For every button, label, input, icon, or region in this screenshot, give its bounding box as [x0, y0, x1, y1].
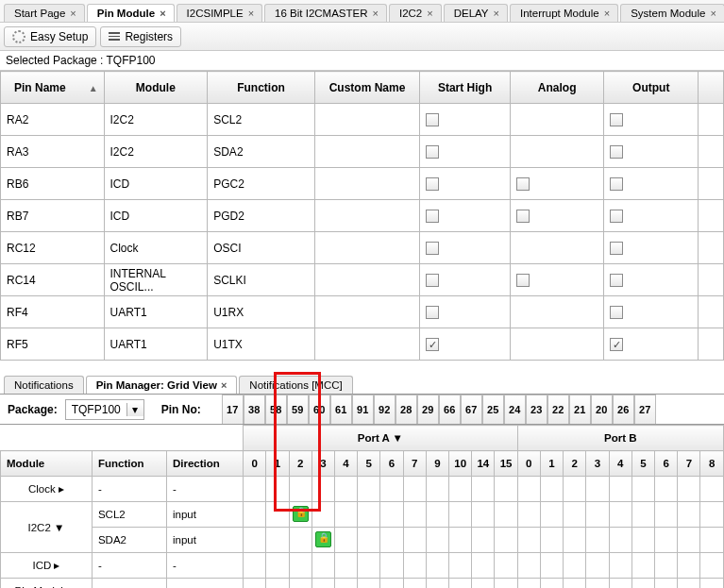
col-start-high[interactable]: Start High — [420, 72, 511, 104]
grid-cell[interactable] — [540, 528, 563, 553]
tab-i2c2[interactable]: I2C2× — [389, 4, 442, 22]
col-custom-name[interactable]: Custom Name — [314, 72, 420, 104]
pin-no-cell[interactable]: 23 — [526, 395, 547, 424]
col-module[interactable]: Module — [104, 72, 208, 104]
checkbox[interactable] — [426, 177, 439, 191]
grid-cell[interactable] — [700, 477, 724, 502]
port-b-header[interactable]: Port B — [517, 426, 723, 451]
grid-cell[interactable] — [403, 502, 426, 528]
grid-cell[interactable] — [540, 502, 563, 528]
grid-cell[interactable] — [472, 579, 495, 589]
module-cell[interactable]: Clock ▸ — [1, 477, 93, 502]
grid-cell[interactable] — [517, 477, 540, 502]
bit-header[interactable]: 5 — [631, 451, 654, 477]
grid-cell[interactable] — [678, 528, 700, 553]
grid-cell[interactable] — [244, 579, 266, 589]
col-pin-name[interactable]: Pin Name▲ — [1, 72, 105, 104]
grid-cell[interactable] — [586, 528, 609, 553]
grid-cell[interactable] — [655, 477, 678, 502]
grid-cell[interactable] — [540, 553, 563, 579]
grid-cell[interactable] — [266, 502, 289, 528]
grid-cell[interactable] — [564, 553, 586, 579]
grid-cell[interactable] — [564, 502, 586, 528]
registers-button[interactable]: Registers — [100, 26, 181, 47]
grid-cell[interactable] — [609, 553, 631, 579]
grid-cell[interactable] — [631, 553, 654, 579]
bit-header[interactable]: 0 — [244, 451, 266, 477]
grid-cell[interactable] — [403, 477, 426, 502]
col-function[interactable]: Function — [208, 72, 315, 104]
grid-cell[interactable] — [517, 579, 540, 589]
module-cell[interactable]: I2C2 ▼ — [1, 502, 93, 553]
grid-cell[interactable] — [678, 553, 700, 579]
grid-cell[interactable] — [655, 579, 678, 589]
grid-cell[interactable] — [334, 528, 357, 553]
grid-cell[interactable] — [380, 477, 403, 502]
grid-cell[interactable] — [266, 553, 289, 579]
col-module[interactable]: Module — [1, 451, 93, 477]
bit-header[interactable]: 15 — [495, 451, 517, 477]
checkbox[interactable] — [516, 274, 530, 287]
tab-interrupt-module[interactable]: Interrupt Module× — [510, 4, 618, 22]
pin-no-cell[interactable]: 27 — [634, 395, 656, 424]
tab-system-module[interactable]: System Module× — [620, 4, 724, 22]
col-direction[interactable]: Direction — [166, 451, 243, 477]
bit-header[interactable]: 4 — [334, 451, 357, 477]
pin-no-cell[interactable]: 29 — [417, 395, 439, 424]
bottom-tab-pin-manager-grid-view[interactable]: Pin Manager: Grid View× — [86, 376, 238, 394]
checkbox[interactable] — [426, 306, 439, 319]
grid-cell[interactable] — [586, 502, 609, 528]
grid-cell[interactable] — [700, 502, 724, 528]
grid-cell[interactable] — [631, 477, 654, 502]
tab-i2csimple[interactable]: I2CSIMPLE× — [177, 4, 263, 22]
checkbox[interactable] — [610, 306, 623, 319]
checkbox[interactable] — [610, 177, 623, 191]
pin-no-cell[interactable]: 28 — [396, 395, 417, 424]
pin-no-cell[interactable]: 24 — [504, 395, 526, 424]
grid-cell[interactable] — [426, 477, 448, 502]
checkbox[interactable] — [426, 113, 439, 126]
close-icon[interactable]: × — [427, 8, 432, 19]
grid-cell[interactable] — [609, 579, 631, 589]
bottom-tab-notifications-mcc-[interactable]: Notifications [MCC] — [239, 376, 352, 394]
grid-cell[interactable] — [244, 528, 266, 553]
grid-cell[interactable] — [517, 528, 540, 553]
grid-cell[interactable] — [403, 553, 426, 579]
close-icon[interactable]: × — [494, 8, 499, 19]
bit-header[interactable]: 10 — [449, 451, 472, 477]
grid-cell[interactable] — [564, 528, 586, 553]
grid-cell[interactable] — [358, 579, 380, 589]
bit-header[interactable]: 14 — [472, 451, 495, 477]
grid-cell[interactable] — [564, 477, 586, 502]
grid-cell[interactable] — [266, 477, 289, 502]
pin-no-cell[interactable]: 60 — [309, 395, 330, 424]
bit-header[interactable]: 0 — [517, 451, 540, 477]
close-icon[interactable]: × — [160, 8, 165, 19]
pin-no-cell[interactable]: 20 — [591, 395, 613, 424]
table-row[interactable]: RA2I2C2SCL2 — [1, 104, 724, 136]
checkbox[interactable] — [426, 338, 439, 351]
grid-cell[interactable] — [311, 553, 334, 579]
bit-header[interactable]: 9 — [426, 451, 448, 477]
grid-cell[interactable] — [403, 528, 426, 553]
grid-cell[interactable] — [609, 528, 631, 553]
tab-16-bit-i2cmaster[interactable]: 16 Bit I2CMASTER× — [264, 4, 387, 22]
grid-cell[interactable] — [495, 553, 517, 579]
checkbox[interactable] — [426, 210, 439, 223]
grid-cell[interactable] — [311, 579, 334, 589]
bit-header[interactable]: 6 — [655, 451, 678, 477]
grid-cell[interactable] — [334, 553, 357, 579]
grid-cell[interactable] — [289, 502, 311, 528]
grid-cell[interactable] — [678, 477, 700, 502]
module-cell[interactable]: ICD ▸ — [1, 553, 93, 579]
pin-no-cell[interactable]: 66 — [439, 395, 461, 424]
grid-cell[interactable] — [540, 477, 563, 502]
checkbox[interactable] — [610, 145, 623, 159]
grid-cell[interactable] — [311, 477, 334, 502]
grid-cell[interactable] — [678, 502, 700, 528]
grid-cell[interactable] — [426, 502, 448, 528]
grid-cell[interactable] — [403, 579, 426, 589]
grid-cell[interactable] — [495, 528, 517, 553]
bit-header[interactable]: 2 — [564, 451, 586, 477]
bit-header[interactable]: 5 — [358, 451, 380, 477]
